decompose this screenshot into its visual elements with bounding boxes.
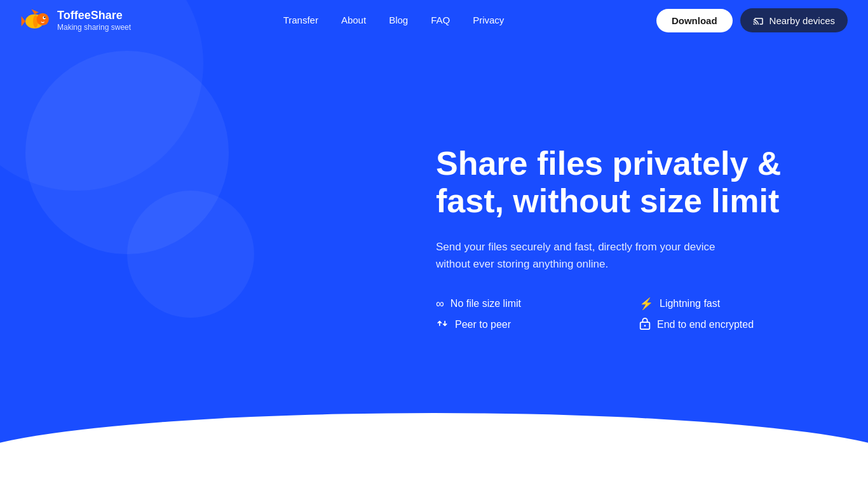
- navbar: ToffeeShare Making sharing sweet Transfe…: [0, 0, 868, 41]
- svg-point-1: [37, 13, 49, 25]
- hero-title: Share files privately & fast, without si…: [436, 145, 817, 221]
- feature-lightning-fast: ⚡ Lightning fast: [639, 298, 817, 309]
- brand-name: ToffeeShare: [57, 9, 131, 23]
- logo-icon: [20, 5, 51, 36]
- logo-text: ToffeeShare Making sharing sweet: [57, 9, 131, 32]
- hero-subtitle: Send your files securely and fast, direc…: [436, 238, 741, 273]
- nav-privacy[interactable]: Privacy: [473, 15, 504, 25]
- svg-point-3: [44, 17, 45, 18]
- svg-point-6: [33, 15, 38, 27]
- lock-icon: [639, 317, 651, 332]
- feature-peer-to-peer: Peer to peer: [436, 317, 614, 332]
- feature-p2p-label: Peer to peer: [455, 319, 511, 330]
- deco-circle-2: [127, 191, 254, 318]
- scroll-down-container: [419, 414, 449, 445]
- feature-no-size-limit: ∞ No file size limit: [436, 298, 614, 309]
- svg-marker-5: [22, 17, 25, 27]
- svg-point-8: [644, 325, 646, 327]
- logo-link[interactable]: ToffeeShare Making sharing sweet: [20, 5, 131, 36]
- feature-no-size-label: No file size limit: [451, 298, 521, 309]
- feature-lightning-label: Lightning fast: [660, 298, 720, 309]
- nav-links: Transfer About Blog FAQ Privacy: [283, 15, 505, 26]
- feature-encrypted-label: End to end encrypted: [657, 319, 754, 330]
- nav-blog[interactable]: Blog: [389, 15, 408, 25]
- nav-transfer[interactable]: Transfer: [283, 15, 318, 25]
- hero-decoration: [0, 0, 477, 464]
- scroll-down-button[interactable]: [419, 414, 449, 445]
- chevron-down-icon: [428, 423, 440, 436]
- nearby-devices-button[interactable]: Nearby devices: [740, 8, 848, 32]
- feature-encrypted: End to end encrypted: [639, 317, 817, 332]
- svg-marker-4: [32, 9, 39, 14]
- brand-tagline: Making sharing sweet: [57, 23, 131, 32]
- peer-icon: [436, 317, 449, 332]
- nav-faq[interactable]: FAQ: [431, 15, 450, 25]
- hero-content: Share files privately & fast, without si…: [436, 69, 817, 396]
- nearby-label: Nearby devices: [770, 15, 835, 26]
- deco-circle-1: [25, 51, 229, 254]
- infinity-icon: ∞: [436, 298, 444, 309]
- download-button[interactable]: Download: [656, 9, 733, 32]
- hero-section: Share files privately & fast, without si…: [0, 0, 868, 464]
- nearby-icon: [753, 15, 764, 26]
- nav-actions: Download Nearby devices: [656, 8, 848, 32]
- lightning-icon: ⚡: [639, 298, 653, 309]
- nav-about[interactable]: About: [341, 15, 366, 25]
- hero-features: ∞ No file size limit ⚡ Lightning fast Pe…: [436, 298, 817, 332]
